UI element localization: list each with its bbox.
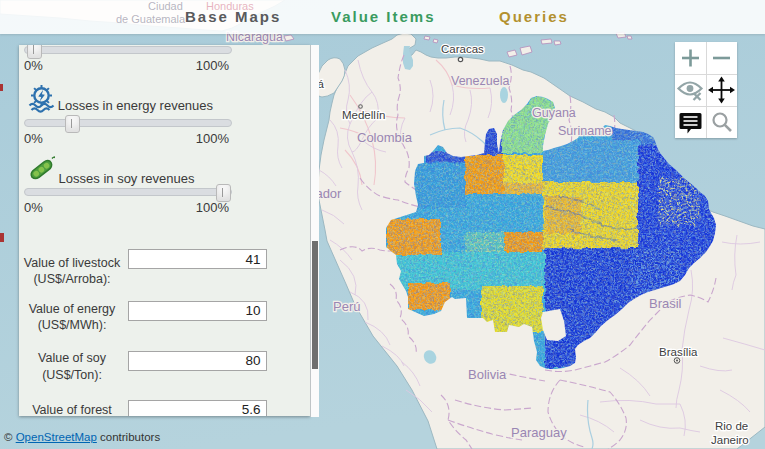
svg-text:Brasília: Brasília	[659, 346, 698, 358]
svg-text:Rio de: Rio de	[715, 420, 748, 432]
svg-text:Colombia: Colombia	[357, 130, 413, 145]
svg-text:Guyana: Guyana	[532, 106, 576, 120]
svg-text:Paraguay: Paraguay	[511, 425, 567, 440]
svg-text:Caracas: Caracas	[441, 43, 484, 55]
svg-text:Venezuela: Venezuela	[451, 74, 509, 88]
svg-text:Medellín: Medellín	[342, 109, 385, 121]
svg-text:Perú: Perú	[333, 299, 360, 314]
svg-text:Brasil: Brasil	[649, 296, 682, 311]
svg-text:Suriname: Suriname	[558, 124, 612, 138]
svg-text:Janeiro: Janeiro	[711, 434, 749, 446]
svg-text:Bolivia: Bolivia	[468, 367, 507, 382]
